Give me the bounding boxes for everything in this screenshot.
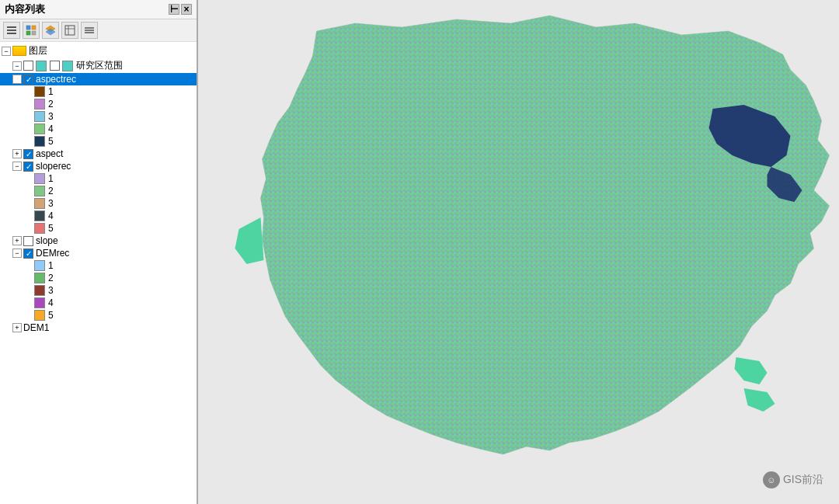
expand-btn-slope[interactable]: + [12, 236, 22, 245]
toolbar-btn-menu[interactable] [81, 22, 98, 39]
tree-item-DEMrec-5[interactable]: 5 [0, 309, 197, 322]
tree-item-sloperec-5[interactable]: 5 [0, 222, 197, 235]
label-sloperec-5: 5 [48, 223, 54, 234]
map-viewport[interactable]: ☺ GIS前沿 [198, 0, 839, 504]
svg-rect-9 [65, 26, 75, 35]
label-aspectrec: aspectrec [36, 74, 76, 85]
swatch-sloperec-3 [34, 198, 45, 209]
tree-item-DEMrec-3[interactable]: 3 [0, 284, 197, 297]
swatch-aspectrec-2 [34, 99, 45, 109]
swatch-sloperec-1 [34, 173, 45, 184]
tree-item-DEMrec-2[interactable]: 2 [0, 272, 197, 284]
tree-item-study-area[interactable]: −研究区范围 [0, 58, 197, 73]
tree-item-DEMrec[interactable]: −✓DEMrec [0, 247, 197, 259]
swatch-study-area [62, 61, 73, 71]
expand-btn-sloperec[interactable]: − [12, 162, 22, 171]
swatch-sloperec-2 [34, 186, 45, 196]
label-DEMrec-4: 4 [48, 297, 54, 308]
svg-rect-1 [7, 30, 16, 31]
svg-rect-2 [7, 33, 16, 34]
swatch-sloperec-5 [34, 223, 45, 234]
watermark: ☺ GIS前沿 [763, 471, 823, 488]
toolbar-btn-add[interactable] [23, 22, 40, 39]
swatch-sloperec-4 [34, 210, 45, 221]
tree-item-aspectrec-2[interactable]: 2 [0, 98, 197, 110]
svg-rect-3 [26, 26, 30, 30]
label-sloperec-4: 4 [48, 210, 54, 221]
swatch-DEMrec-5 [34, 310, 45, 321]
swatch-DEMrec-2 [34, 273, 45, 283]
swatch-aspectrec-1 [34, 86, 45, 97]
tree-item-aspectrec[interactable]: −✓aspectrec [0, 73, 197, 85]
panel-header: 内容列表 ⊢ × [0, 0, 197, 19]
tree-item-sloperec[interactable]: −✓sloperec [0, 160, 197, 172]
svg-rect-0 [7, 26, 16, 28]
label-sloperec-1: 1 [48, 173, 54, 184]
checkbox-study-area[interactable] [23, 61, 33, 71]
tree-item-DEMrec-4[interactable]: 4 [0, 297, 197, 309]
label-sloperec-2: 2 [48, 186, 54, 196]
panel-title: 内容列表 [5, 2, 45, 16]
checkbox-aspectrec[interactable]: ✓ [23, 75, 33, 85]
tree-item-sloperec-2[interactable]: 2 [0, 185, 197, 197]
label-DEM1: DEM1 [23, 322, 49, 333]
tree-item-aspect[interactable]: +✓aspect [0, 148, 197, 160]
label-root-layers: 图层 [29, 44, 47, 57]
watermark-icon: ☺ [763, 471, 780, 488]
swatch-DEMrec-4 [34, 297, 45, 308]
expand-btn-root-layers[interactable]: − [2, 47, 11, 56]
expand-btn-DEM1[interactable]: + [12, 323, 22, 332]
label-sloperec-3: 3 [48, 198, 54, 209]
svg-rect-4 [32, 26, 36, 30]
checkbox-study-area[interactable] [50, 61, 60, 71]
checkbox-sloperec[interactable]: ✓ [23, 162, 33, 172]
tree-item-DEMrec-1[interactable]: 1 [0, 259, 197, 272]
tree-item-sloperec-3[interactable]: 3 [0, 197, 197, 210]
close-icon[interactable]: × [181, 4, 192, 15]
swatch-study-area [36, 61, 47, 71]
swatch-aspectrec-4 [34, 123, 45, 134]
expand-btn-DEMrec[interactable]: − [12, 249, 22, 258]
tree-item-aspectrec-1[interactable]: 1 [0, 85, 197, 98]
label-aspectrec-2: 2 [48, 99, 54, 109]
tree-item-sloperec-1[interactable]: 1 [0, 172, 197, 185]
tree-item-root-layers[interactable]: −图层 [0, 43, 197, 58]
content-list-panel: 内容列表 ⊢ × [0, 0, 198, 504]
tree-item-slope[interactable]: +slope [0, 235, 197, 247]
checkbox-aspect[interactable]: ✓ [23, 149, 33, 159]
toolbar-btn-layers[interactable] [42, 22, 59, 39]
label-DEMrec-2: 2 [48, 273, 54, 283]
label-aspect: aspect [36, 148, 63, 159]
label-aspectrec-4: 4 [48, 123, 54, 134]
label-aspectrec-5: 5 [48, 136, 54, 147]
label-study-area: 研究区范围 [76, 59, 123, 72]
swatch-DEMrec-3 [34, 285, 45, 296]
label-aspectrec-3: 3 [48, 111, 54, 122]
label-DEMrec-3: 3 [48, 285, 54, 296]
swatch-aspectrec-3 [34, 111, 45, 122]
toolbar-btn-list[interactable] [3, 22, 20, 39]
tree-item-aspectrec-3[interactable]: 3 [0, 110, 197, 123]
label-DEMrec-5: 5 [48, 310, 54, 321]
svg-rect-6 [32, 31, 36, 35]
panel-toolbar [0, 19, 197, 42]
tree-item-aspectrec-5[interactable]: 5 [0, 135, 197, 148]
checkbox-slope[interactable] [23, 236, 33, 246]
swatch-DEMrec-1 [34, 260, 45, 271]
label-DEMrec-1: 1 [48, 260, 54, 271]
expand-btn-aspectrec[interactable]: − [12, 75, 22, 84]
expand-btn-aspect[interactable]: + [12, 149, 22, 158]
tree-item-DEM1[interactable]: +DEM1 [0, 322, 197, 334]
folder-icon-root-layers [12, 46, 26, 56]
pin-icon[interactable]: ⊢ [169, 4, 179, 15]
swatch-aspectrec-5 [34, 136, 45, 147]
toolbar-btn-options[interactable] [61, 22, 78, 39]
label-aspectrec-1: 1 [48, 86, 54, 97]
watermark-text: GIS前沿 [783, 473, 823, 487]
expand-btn-study-area[interactable]: − [12, 61, 22, 71]
label-slope: slope [36, 235, 58, 246]
label-sloperec: sloperec [36, 161, 71, 172]
tree-item-sloperec-4[interactable]: 4 [0, 210, 197, 222]
tree-item-aspectrec-4[interactable]: 4 [0, 123, 197, 135]
checkbox-DEMrec[interactable]: ✓ [23, 249, 33, 259]
